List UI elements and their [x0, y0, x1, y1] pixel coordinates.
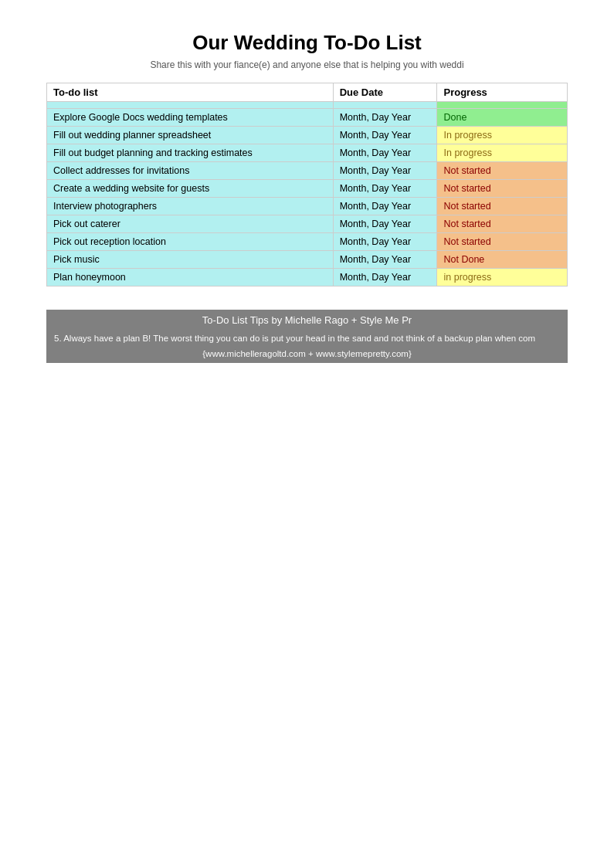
header-task: To-do list	[47, 83, 334, 102]
page-title: Our Wedding To-Do List	[46, 31, 568, 55]
table-row: Interview photographersMonth, Day YearNo…	[47, 198, 568, 215]
date-cell: Month, Day Year	[333, 198, 437, 215]
progress-cell	[437, 102, 568, 109]
task-cell: Fill out budget planning and tracking es…	[47, 144, 334, 162]
date-cell: Month, Day Year	[333, 144, 437, 162]
tips-body: 5. Always have a plan B! The worst thing…	[46, 331, 568, 346]
table-row: Pick out reception locationMonth, Day Ye…	[47, 233, 568, 251]
progress-cell: Not started	[437, 215, 568, 233]
table-row: Pick out catererMonth, Day YearNot start…	[47, 215, 568, 233]
date-cell	[333, 102, 437, 109]
task-cell: Plan honeymoon	[47, 269, 334, 287]
header-date: Due Date	[333, 83, 437, 102]
todo-table: To-do list Due Date Progress Explore Goo…	[46, 83, 568, 287]
table-row	[47, 102, 568, 109]
table-row: Fill out budget planning and tracking es…	[47, 144, 568, 162]
date-cell: Month, Day Year	[333, 251, 437, 269]
date-cell: Month, Day Year	[333, 162, 437, 180]
task-cell: Pick music	[47, 251, 334, 269]
date-cell: Month, Day Year	[333, 215, 437, 233]
date-cell: Month, Day Year	[333, 180, 437, 198]
task-cell: Pick out caterer	[47, 215, 334, 233]
date-cell: Month, Day Year	[333, 127, 437, 144]
progress-cell: Done	[437, 109, 568, 127]
task-cell: Pick out reception location	[47, 233, 334, 251]
table-row: Pick musicMonth, Day YearNot Done	[47, 251, 568, 269]
task-cell	[47, 102, 334, 109]
header-progress: Progress	[437, 83, 568, 102]
date-cell: Month, Day Year	[333, 233, 437, 251]
date-cell: Month, Day Year	[333, 109, 437, 127]
task-cell: Collect addresses for invitations	[47, 162, 334, 180]
tips-footer: {www.michelleragoltd.com + www.stylemepr…	[46, 346, 568, 363]
progress-cell: Not started	[437, 233, 568, 251]
table-row: Collect addresses for invitationsMonth, …	[47, 162, 568, 180]
table-row: Plan honeymoonMonth, Day Yearin progress	[47, 269, 568, 287]
table-row: Create a wedding website for guestsMonth…	[47, 180, 568, 198]
progress-cell: Not Done	[437, 251, 568, 269]
task-cell: Explore Google Docs wedding templates	[47, 109, 334, 127]
progress-cell: In progress	[437, 144, 568, 162]
table-row: Explore Google Docs wedding templatesMon…	[47, 109, 568, 127]
task-cell: Fill out wedding planner spreadsheet	[47, 127, 334, 144]
task-cell: Interview photographers	[47, 198, 334, 215]
progress-cell: Not started	[437, 162, 568, 180]
progress-cell: Not started	[437, 180, 568, 198]
tips-section: To-Do List Tips by Michelle Rago + Style…	[46, 310, 568, 363]
progress-cell: Not started	[437, 198, 568, 215]
task-cell: Create a wedding website for guests	[47, 180, 334, 198]
progress-cell: in progress	[437, 269, 568, 287]
tips-header: To-Do List Tips by Michelle Rago + Style…	[46, 310, 568, 331]
table-row: Fill out wedding planner spreadsheetMont…	[47, 127, 568, 144]
page-subtitle: Share this with your fiance(e) and anyon…	[46, 59, 568, 70]
date-cell: Month, Day Year	[333, 269, 437, 287]
progress-cell: In progress	[437, 127, 568, 144]
